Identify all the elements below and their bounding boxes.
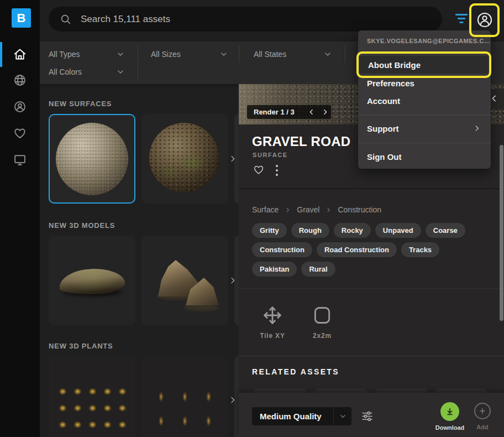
scrollbar-thumb[interactable] [500, 145, 503, 321]
section-title-new-3d-plants: NEW 3D PLANTS [49, 342, 113, 350]
favorites-heart-icon[interactable] [13, 126, 27, 141]
plus-icon [478, 407, 487, 415]
sidebar: B [0, 0, 40, 437]
account-avatar-button[interactable] [473, 7, 496, 33]
chevron-down-icon [323, 50, 332, 59]
quality-select[interactable]: Medium Quality [252, 407, 351, 425]
surface-sphere-thumbnail [56, 123, 128, 195]
action-bar: Medium Quality Download Add [239, 393, 504, 437]
submenu-chevron-right-icon [473, 124, 481, 132]
download-button[interactable] [440, 402, 459, 421]
tag-gritty[interactable]: Gritty [252, 223, 287, 238]
tag-rough[interactable]: Rough [291, 223, 329, 238]
render-next-icon[interactable] [322, 108, 329, 116]
download-control: Download [432, 402, 468, 431]
avatar-icon [476, 11, 494, 29]
tag-unpaved[interactable]: Unpaved [375, 223, 421, 238]
filter-divider [239, 46, 239, 63]
user-email: SKYE.VOGELESANG@EPICGAMES.C… [367, 38, 490, 44]
add-button[interactable] [474, 403, 491, 419]
render-carousel: Render 1 / 3 [247, 105, 331, 119]
tag-pakistan[interactable]: Pakistan [252, 262, 297, 277]
menu-item-sign-out[interactable]: Sign Out [358, 148, 491, 165]
tile-xy-move-icon [262, 304, 283, 326]
quality-select-chevron[interactable] [334, 412, 351, 420]
render-counter: Render 1 / 3 [254, 108, 295, 116]
bridge-logo[interactable]: B [12, 8, 31, 28]
tag-rocky[interactable]: Rocky [334, 223, 371, 238]
filter-divider [345, 46, 345, 63]
collapse-panel-icon[interactable] [490, 94, 498, 103]
divider [239, 188, 504, 189]
tag-list: Gritty Rough Rocky Unpaved Coarse Constr… [252, 223, 474, 277]
meta-size: 2x2m [305, 304, 339, 340]
user-menu: SKYE.VOGELESANG@EPICGAMES.C… About Bridg… [358, 30, 491, 169]
favorite-heart-icon[interactable] [253, 164, 265, 176]
filter-all-types[interactable]: All Types [49, 50, 80, 59]
size-square-icon [312, 304, 333, 326]
asset-library: NEW SURFACES NEW 3D MODELS NEW 3D PLANTS [40, 84, 239, 437]
chevron-down-icon [116, 50, 125, 59]
menu-item-account[interactable]: Account [358, 92, 491, 109]
tag-tracks[interactable]: Tracks [401, 242, 439, 257]
menu-divider [358, 143, 491, 143]
menu-item-label: Preferences [367, 79, 414, 88]
filter-all-sizes[interactable]: All Sizes [151, 50, 181, 59]
filter-all-colors[interactable]: All Colors [49, 67, 82, 76]
bridge-logo-letter: B [17, 11, 26, 25]
menu-item-support[interactable]: Support [358, 120, 491, 137]
menu-item-label: Account [367, 96, 400, 106]
download-settings-sliders-icon[interactable] [360, 409, 374, 423]
section-title-new-surfaces: NEW SURFACES [49, 100, 112, 108]
search-icon [60, 13, 72, 25]
breadcrumb: Surface Gravel Construction [252, 205, 381, 214]
asset-meta: Tile XY 2x2m [255, 304, 339, 340]
surface-card-rocky-dirt[interactable] [141, 114, 228, 204]
download-label: Download [432, 424, 468, 431]
more-options-kebab-icon[interactable] [275, 164, 279, 176]
menu-item-about-bridge[interactable]: About Bridge [359, 56, 490, 74]
home-icon[interactable] [13, 47, 27, 61]
scroll-right-icon[interactable] [228, 275, 237, 285]
quality-selected-value: Medium Quality [260, 412, 333, 421]
plant-card-grass-set[interactable] [49, 356, 135, 437]
meta-size-label: 2x2m [313, 332, 332, 340]
breadcrumb-gravel[interactable]: Gravel [297, 205, 319, 214]
scroll-right-icon[interactable] [228, 395, 237, 405]
profile-icon[interactable] [13, 100, 27, 114]
local-assets-monitor-icon[interactable] [13, 153, 27, 167]
scroll-right-icon[interactable] [228, 154, 237, 164]
add-label: Add [474, 424, 491, 430]
search-bar[interactable] [49, 7, 442, 32]
filter-all-states[interactable]: All States [254, 50, 286, 59]
menu-item-label: Support [367, 124, 399, 133]
model-card-rock-formation[interactable] [141, 236, 228, 325]
tag-coarse[interactable]: Coarse [426, 223, 465, 238]
add-control: Add [474, 403, 491, 430]
divider [239, 356, 504, 356]
divider [239, 288, 504, 289]
plant-card-dry-twigs[interactable] [141, 356, 228, 437]
menu-divider [358, 115, 491, 115]
search-input[interactable] [80, 13, 413, 25]
tag-road-construction[interactable]: Road Construction [317, 242, 397, 257]
tag-construction[interactable]: Construction [252, 242, 312, 257]
breadcrumb-construction[interactable]: Construction [338, 205, 381, 214]
menu-item-label: Sign Out [367, 152, 402, 162]
chevron-right-icon [285, 207, 291, 213]
related-assets-title: RELATED ASSETS [252, 367, 339, 376]
breadcrumb-surface[interactable]: Surface [252, 205, 279, 214]
render-prev-icon[interactable] [308, 108, 315, 116]
model-card-rock-slab[interactable] [49, 236, 135, 325]
menu-item-preferences[interactable]: Preferences [358, 75, 491, 91]
sort-filter-icon[interactable] [455, 14, 468, 25]
filter-divider [138, 64, 138, 80]
tag-rural[interactable]: Rural [301, 262, 335, 277]
chevron-down-icon [339, 412, 347, 420]
meta-tiling: Tile XY [255, 304, 290, 340]
chevron-down-icon [116, 67, 125, 76]
download-arrow-icon [445, 407, 455, 417]
browse-globe-icon[interactable] [13, 73, 27, 87]
surface-card-gravel-road[interactable] [49, 114, 135, 204]
chevron-right-icon [326, 207, 332, 213]
